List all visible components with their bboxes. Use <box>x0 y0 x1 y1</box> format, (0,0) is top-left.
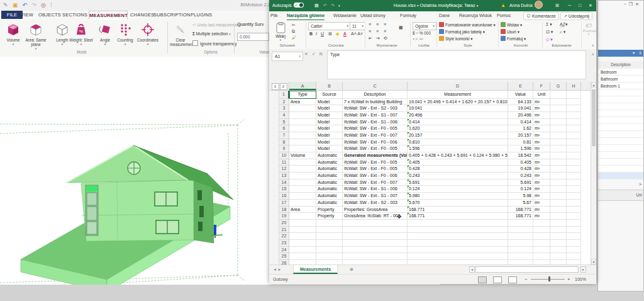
cell-empty[interactable] <box>408 253 508 260</box>
cell-unit[interactable]: m³ <box>533 159 550 166</box>
panel-row-empty[interactable] <box>598 110 643 117</box>
cell-type[interactable] <box>289 132 316 139</box>
outline-gutter[interactable]: · <box>269 200 279 207</box>
ignore-transparency-checkbox[interactable]: Ignore transparency <box>192 40 237 46</box>
cell-type[interactable] <box>289 119 316 126</box>
cell-source[interactable]: Property <box>316 213 343 220</box>
tool-coordinates[interactable]: Coordinates▾ <box>136 21 160 46</box>
undo-icon[interactable]: ↶ <box>323 0 327 11</box>
decimal-icons[interactable]: ⁺·⁰ ·⁰⁰ <box>413 37 423 42</box>
cell-type[interactable] <box>289 125 316 132</box>
user-name[interactable]: Anna Dulna <box>509 0 543 11</box>
cell-description[interactable]: IfcWall: SW - Ext - F0 - 005 <box>343 166 408 173</box>
cell-type[interactable]: Volume <box>289 152 316 159</box>
tool-volume[interactable]: Volume▾ <box>1 21 25 46</box>
cell-description[interactable]: 7 x IfcWall in building Building <box>343 99 408 106</box>
cell-empty[interactable] <box>289 233 316 240</box>
header-cell[interactable]: Source <box>316 91 343 99</box>
row-number[interactable]: 9 <box>279 145 289 152</box>
cell-source[interactable]: Model <box>316 105 343 112</box>
panel-row-empty[interactable] <box>598 145 643 152</box>
column-header-D[interactable]: D <box>408 82 508 90</box>
cell-empty[interactable] <box>408 220 508 227</box>
cell-value[interactable]: 168.771 <box>508 207 533 213</box>
open-folder-icon[interactable]: ▣ <box>13 0 18 10</box>
cell-unit[interactable]: m³ <box>533 200 550 207</box>
column-header-C[interactable]: C <box>343 82 408 90</box>
cell-empty[interactable] <box>550 119 567 126</box>
cell-value[interactable]: 19.041 <box>508 105 533 112</box>
cell-source[interactable]: Automatic <box>316 179 343 186</box>
chevron-down-icon[interactable]: ▾ <box>633 50 635 57</box>
document-title[interactable]: House.xlsx • Ostatnia modyfikacja: Teraz… <box>370 0 502 11</box>
cell-description[interactable]: IfcWall: SW - Ext - F0 - 006 <box>343 139 408 146</box>
cell-unit[interactable]: m² <box>533 145 550 152</box>
cell-description[interactable]: IfcWall: SW - Ext - S2 - 003 <box>343 105 408 112</box>
cell-source[interactable]: Model <box>316 112 343 119</box>
horizontal-scrollbar[interactable]: ◄ ► <box>469 266 586 273</box>
zoom-slider[interactable] <box>531 279 565 280</box>
cell-type[interactable] <box>289 105 316 112</box>
maximize-button[interactable]: □ <box>579 0 581 11</box>
row-number[interactable]: 19 <box>279 213 289 220</box>
cell-empty[interactable] <box>567 112 581 119</box>
cell-empty[interactable] <box>567 200 581 207</box>
cell-empty[interactable] <box>567 132 581 139</box>
active-cell-a1[interactable]: Type <box>289 91 316 99</box>
cell-empty[interactable] <box>567 220 581 227</box>
cell-unit[interactable]: m² <box>533 207 550 213</box>
quantity-value-input[interactable]: 0.000 <box>237 33 269 41</box>
cell-empty[interactable] <box>289 220 316 227</box>
cell-source[interactable]: Model <box>316 139 343 146</box>
cell-value[interactable]: 5.98 <box>508 193 533 200</box>
cell-empty[interactable] <box>567 207 581 213</box>
redo-icon[interactable]: ↷ <box>331 0 335 11</box>
cell-measurement[interactable]: 0.124 <box>408 186 508 193</box>
cell-empty[interactable] <box>533 240 550 247</box>
scroll-left-icon[interactable]: ◄ <box>469 266 475 273</box>
horizontal-scroll-thumb[interactable] <box>475 266 579 273</box>
column-header-G[interactable]: G <box>550 82 567 90</box>
page-break-view-icon[interactable] <box>508 276 517 283</box>
cell-empty[interactable] <box>316 240 343 247</box>
cell-empty[interactable] <box>343 227 408 234</box>
cell-empty[interactable] <box>567 125 581 132</box>
cell-empty[interactable] <box>508 227 533 234</box>
cell-empty[interactable] <box>508 247 533 254</box>
comments-button[interactable]: 🗩 Komentarze <box>523 12 559 20</box>
cell-description[interactable]: IfcWall: SW - Ext - F0 - 007 <box>343 132 408 139</box>
cell-value[interactable]: 0.428 <box>508 166 533 173</box>
cell-empty[interactable] <box>550 220 567 227</box>
cell-empty[interactable] <box>343 240 408 247</box>
font-name-combo[interactable]: Calibri▾ <box>308 22 350 30</box>
vertical-scrollbar[interactable]: ▲ ▼ <box>591 82 596 264</box>
name-box[interactable]: A1▾ <box>272 52 303 61</box>
row-number[interactable]: 26 <box>279 260 289 264</box>
cell-empty[interactable] <box>567 159 581 166</box>
cancel-icon[interactable]: ✕ <box>304 52 308 56</box>
cell-source[interactable]: Model <box>316 99 343 106</box>
cell-empty[interactable] <box>567 240 581 247</box>
cell-empty[interactable] <box>567 139 581 146</box>
row-number[interactable]: 7 <box>279 132 289 139</box>
cell-type[interactable] <box>289 145 316 152</box>
cell-empty[interactable] <box>550 125 567 132</box>
ribbon-cells-2[interactable]: Usuń ▾ <box>501 29 519 35</box>
cell-empty[interactable] <box>533 227 550 234</box>
cell-empty[interactable] <box>508 233 533 240</box>
cell-empty[interactable] <box>289 247 316 254</box>
merge-center-icon[interactable]: ▦ <box>399 25 403 30</box>
cell-empty[interactable] <box>289 260 316 264</box>
cell-source[interactable]: Model <box>316 125 343 132</box>
cell-value[interactable]: 0.81 <box>508 139 533 146</box>
save-icon[interactable]: ▤ <box>314 0 319 11</box>
cell-empty[interactable] <box>567 193 581 200</box>
sort-filter-button[interactable]: A͟Z▾ <box>560 22 567 27</box>
close-button[interactable]: ✕ <box>589 0 592 11</box>
outline-level-2[interactable]: 2 <box>280 83 287 90</box>
cell-type[interactable] <box>289 193 316 200</box>
cell-source[interactable]: Property <box>316 207 343 213</box>
cell-empty[interactable] <box>567 99 581 106</box>
cell-source[interactable]: Automatic <box>316 166 343 173</box>
cell-source[interactable]: Model <box>316 145 343 152</box>
